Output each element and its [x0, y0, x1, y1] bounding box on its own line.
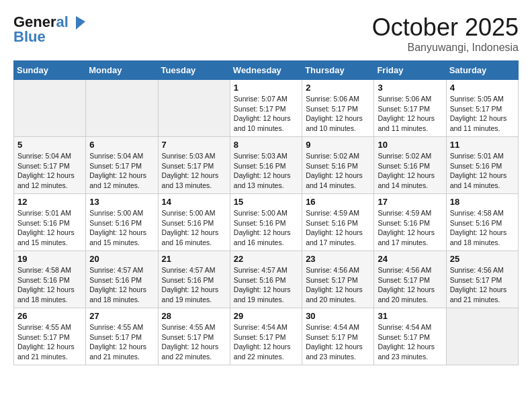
- day-info: Sunrise: 5:07 AM Sunset: 5:17 PM Dayligh…: [234, 94, 298, 134]
- day-number: 19: [17, 254, 82, 264]
- day-number: 3: [378, 83, 442, 93]
- calendar-cell: 4Sunrise: 5:05 AM Sunset: 5:17 PM Daylig…: [446, 80, 518, 137]
- calendar-cell: 9Sunrise: 5:02 AM Sunset: 5:16 PM Daylig…: [302, 137, 374, 194]
- day-number: 27: [89, 311, 154, 321]
- day-number: 28: [162, 311, 226, 321]
- calendar-cell: [158, 80, 230, 137]
- svg-marker-0: [76, 16, 85, 30]
- day-number: 11: [450, 140, 515, 150]
- calendar-week-row: 26Sunrise: 4:55 AM Sunset: 5:17 PM Dayli…: [14, 308, 519, 365]
- calendar-cell: 8Sunrise: 5:03 AM Sunset: 5:16 PM Daylig…: [230, 137, 302, 194]
- calendar-week-row: 19Sunrise: 4:58 AM Sunset: 5:16 PM Dayli…: [14, 251, 519, 308]
- day-info: Sunrise: 4:54 AM Sunset: 5:17 PM Dayligh…: [378, 322, 442, 362]
- day-number: 16: [306, 197, 370, 207]
- logo: General Blue: [13, 13, 87, 46]
- day-info: Sunrise: 5:00 AM Sunset: 5:16 PM Dayligh…: [234, 208, 298, 248]
- day-info: Sunrise: 5:06 AM Sunset: 5:17 PM Dayligh…: [306, 94, 370, 134]
- calendar-cell: 30Sunrise: 4:54 AM Sunset: 5:17 PM Dayli…: [302, 308, 374, 365]
- calendar-cell: 22Sunrise: 4:57 AM Sunset: 5:16 PM Dayli…: [230, 251, 302, 308]
- day-number: 25: [450, 254, 515, 264]
- weekday-header-friday: Friday: [374, 61, 446, 80]
- calendar-cell: 7Sunrise: 5:03 AM Sunset: 5:17 PM Daylig…: [158, 137, 230, 194]
- day-number: 9: [306, 140, 370, 150]
- day-info: Sunrise: 5:02 AM Sunset: 5:16 PM Dayligh…: [378, 151, 442, 191]
- day-number: 14: [162, 197, 226, 207]
- calendar-cell: 15Sunrise: 5:00 AM Sunset: 5:16 PM Dayli…: [230, 194, 302, 251]
- day-info: Sunrise: 4:54 AM Sunset: 5:17 PM Dayligh…: [306, 322, 370, 362]
- day-info: Sunrise: 5:03 AM Sunset: 5:17 PM Dayligh…: [162, 151, 226, 191]
- calendar-week-row: 1Sunrise: 5:07 AM Sunset: 5:17 PM Daylig…: [14, 80, 519, 137]
- day-info: Sunrise: 4:58 AM Sunset: 5:16 PM Dayligh…: [17, 265, 82, 305]
- day-info: Sunrise: 5:01 AM Sunset: 5:16 PM Dayligh…: [450, 151, 515, 191]
- day-info: Sunrise: 4:57 AM Sunset: 5:16 PM Dayligh…: [234, 265, 298, 305]
- day-number: 12: [17, 197, 82, 207]
- day-number: 29: [234, 311, 298, 321]
- day-number: 23: [306, 254, 370, 264]
- calendar-cell: 18Sunrise: 4:58 AM Sunset: 5:16 PM Dayli…: [446, 194, 518, 251]
- day-info: Sunrise: 4:57 AM Sunset: 5:16 PM Dayligh…: [89, 265, 154, 305]
- day-number: 21: [162, 254, 226, 264]
- calendar-cell: 19Sunrise: 4:58 AM Sunset: 5:16 PM Dayli…: [14, 251, 86, 308]
- weekday-header-sunday: Sunday: [14, 61, 86, 80]
- calendar-cell: 24Sunrise: 4:56 AM Sunset: 5:17 PM Dayli…: [374, 251, 446, 308]
- day-info: Sunrise: 5:04 AM Sunset: 5:17 PM Dayligh…: [89, 151, 154, 191]
- calendar-cell: 31Sunrise: 4:54 AM Sunset: 5:17 PM Dayli…: [374, 308, 446, 365]
- day-info: Sunrise: 5:06 AM Sunset: 5:17 PM Dayligh…: [378, 94, 442, 134]
- day-number: 22: [234, 254, 298, 264]
- calendar-cell: 2Sunrise: 5:06 AM Sunset: 5:17 PM Daylig…: [302, 80, 374, 137]
- calendar-week-row: 5Sunrise: 5:04 AM Sunset: 5:17 PM Daylig…: [14, 137, 519, 194]
- weekday-header-tuesday: Tuesday: [158, 61, 230, 80]
- day-info: Sunrise: 5:03 AM Sunset: 5:16 PM Dayligh…: [234, 151, 298, 191]
- calendar-cell: [14, 80, 86, 137]
- calendar-cell: 5Sunrise: 5:04 AM Sunset: 5:17 PM Daylig…: [14, 137, 86, 194]
- weekday-header-wednesday: Wednesday: [230, 61, 302, 80]
- calendar-week-row: 12Sunrise: 5:01 AM Sunset: 5:16 PM Dayli…: [14, 194, 519, 251]
- calendar-cell: 25Sunrise: 4:56 AM Sunset: 5:17 PM Dayli…: [446, 251, 518, 308]
- day-info: Sunrise: 4:58 AM Sunset: 5:16 PM Dayligh…: [450, 208, 515, 248]
- calendar-cell: 26Sunrise: 4:55 AM Sunset: 5:17 PM Dayli…: [14, 308, 86, 365]
- calendar-cell: 14Sunrise: 5:00 AM Sunset: 5:16 PM Dayli…: [158, 194, 230, 251]
- day-info: Sunrise: 4:55 AM Sunset: 5:17 PM Dayligh…: [89, 322, 154, 362]
- day-number: 30: [306, 311, 370, 321]
- calendar-cell: 3Sunrise: 5:06 AM Sunset: 5:17 PM Daylig…: [374, 80, 446, 137]
- calendar-cell: 23Sunrise: 4:56 AM Sunset: 5:17 PM Dayli…: [302, 251, 374, 308]
- day-number: 10: [378, 140, 442, 150]
- logo-icon: [73, 15, 87, 31]
- calendar-cell: 20Sunrise: 4:57 AM Sunset: 5:16 PM Dayli…: [86, 251, 158, 308]
- day-info: Sunrise: 4:55 AM Sunset: 5:17 PM Dayligh…: [162, 322, 226, 362]
- calendar-cell: 16Sunrise: 4:59 AM Sunset: 5:16 PM Dayli…: [302, 194, 374, 251]
- day-info: Sunrise: 5:04 AM Sunset: 5:17 PM Dayligh…: [17, 151, 82, 191]
- weekday-header-monday: Monday: [86, 61, 158, 80]
- day-info: Sunrise: 5:02 AM Sunset: 5:16 PM Dayligh…: [306, 151, 370, 191]
- day-number: 1: [234, 83, 298, 93]
- day-number: 18: [450, 197, 515, 207]
- day-number: 2: [306, 83, 370, 93]
- day-number: 13: [89, 197, 154, 207]
- day-info: Sunrise: 5:00 AM Sunset: 5:16 PM Dayligh…: [89, 208, 154, 248]
- day-number: 6: [89, 140, 154, 150]
- day-number: 8: [234, 140, 298, 150]
- weekday-header-row: SundayMondayTuesdayWednesdayThursdayFrid…: [14, 61, 519, 80]
- calendar-cell: 6Sunrise: 5:04 AM Sunset: 5:17 PM Daylig…: [86, 137, 158, 194]
- page-header: General Blue October 2025 Banyuwangi, In…: [13, 13, 519, 54]
- day-info: Sunrise: 4:59 AM Sunset: 5:16 PM Dayligh…: [306, 208, 370, 248]
- day-info: Sunrise: 4:56 AM Sunset: 5:17 PM Dayligh…: [306, 265, 370, 305]
- day-number: 7: [162, 140, 226, 150]
- day-info: Sunrise: 4:56 AM Sunset: 5:17 PM Dayligh…: [450, 265, 515, 305]
- calendar-cell: 11Sunrise: 5:01 AM Sunset: 5:16 PM Dayli…: [446, 137, 518, 194]
- day-info: Sunrise: 5:00 AM Sunset: 5:16 PM Dayligh…: [162, 208, 226, 248]
- day-info: Sunrise: 4:56 AM Sunset: 5:17 PM Dayligh…: [378, 265, 442, 305]
- day-info: Sunrise: 4:55 AM Sunset: 5:17 PM Dayligh…: [17, 322, 82, 362]
- calendar-cell: [446, 308, 518, 365]
- day-number: 31: [378, 311, 442, 321]
- calendar-cell: 17Sunrise: 4:59 AM Sunset: 5:16 PM Dayli…: [374, 194, 446, 251]
- weekday-header-thursday: Thursday: [302, 61, 374, 80]
- location: Banyuwangi, Indonesia: [372, 42, 519, 54]
- day-info: Sunrise: 4:59 AM Sunset: 5:16 PM Dayligh…: [378, 208, 442, 248]
- day-number: 26: [17, 311, 82, 321]
- calendar-cell: 10Sunrise: 5:02 AM Sunset: 5:16 PM Dayli…: [374, 137, 446, 194]
- calendar-cell: 27Sunrise: 4:55 AM Sunset: 5:17 PM Dayli…: [86, 308, 158, 365]
- calendar-cell: 1Sunrise: 5:07 AM Sunset: 5:17 PM Daylig…: [230, 80, 302, 137]
- month-title: October 2025: [372, 13, 519, 42]
- calendar-cell: 13Sunrise: 5:00 AM Sunset: 5:16 PM Dayli…: [86, 194, 158, 251]
